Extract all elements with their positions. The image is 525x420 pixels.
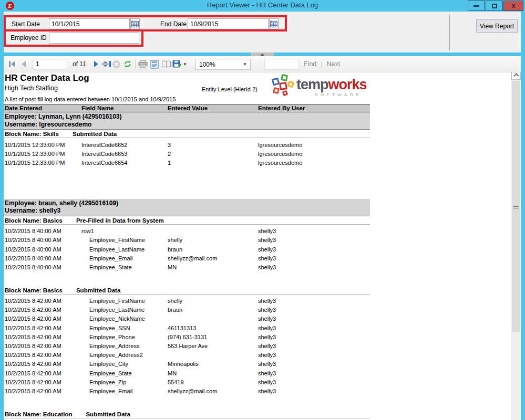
entered-value-cell: shelly bbox=[167, 298, 257, 304]
end-date-input[interactable] bbox=[188, 18, 269, 29]
employee-band: Employee: Lynman, Lynn (4295016103)Usern… bbox=[4, 112, 370, 130]
table-row: 10/2/2015 8:42:00 AMEmployee_Phone(974) … bbox=[4, 332, 370, 341]
field-name-cell: Employee_LastName bbox=[80, 307, 167, 313]
page-setup-button[interactable] bbox=[160, 58, 172, 70]
export-button[interactable]: ▼ bbox=[172, 58, 188, 70]
back-button[interactable] bbox=[99, 58, 110, 70]
entered-by-user-cell: lgresourcesdemo bbox=[257, 160, 370, 166]
report-viewport: HR Center Data Log High Tech Staffing En… bbox=[4, 72, 521, 420]
table-row: 10/1/2015 12:33:00 PMInterestCode66532lg… bbox=[4, 149, 370, 158]
entered-value-cell: shellyzz@mail.com bbox=[167, 255, 257, 261]
start-date-calendar-button[interactable] bbox=[130, 18, 140, 29]
start-date-input[interactable] bbox=[49, 18, 130, 29]
block-header-row: Block Name: BasicsPre-Filled in Data fro… bbox=[4, 217, 370, 225]
column-header: Field Name bbox=[80, 105, 167, 111]
view-report-button[interactable]: View Report bbox=[476, 19, 518, 33]
scrollbar-up-button[interactable] bbox=[511, 72, 521, 80]
find-input[interactable] bbox=[264, 59, 299, 70]
entered-by-user-cell: shelly3 bbox=[257, 298, 370, 304]
first-page-icon bbox=[8, 60, 16, 68]
end-date-calendar-button[interactable] bbox=[269, 18, 279, 29]
block-name-label: Block Name: Education bbox=[5, 411, 72, 417]
print-icon bbox=[138, 60, 148, 68]
table-row: 10/2/2015 8:42:00 AMEmployee_Emailshelly… bbox=[4, 386, 370, 395]
scrollbar-thumb[interactable] bbox=[512, 81, 520, 332]
report-viewer-window: E Report Viewer - HR Center Data Log x S… bbox=[0, 0, 525, 420]
block-header-row: Block Name: BasicsSubmitted Data bbox=[4, 287, 370, 295]
date-entered-cell: 10/1/2015 12:33:00 PM bbox=[4, 142, 80, 148]
block-header-row: Block Name: EducationSubmitted Data bbox=[4, 411, 370, 418]
table-header-row: Date Entered Field Name Entered Value En… bbox=[4, 104, 370, 112]
table-row: 10/2/2015 8:40:00 AMEmployee_FirstNamesh… bbox=[4, 236, 370, 245]
calendar-icon bbox=[270, 20, 277, 27]
column-header: Entered By User bbox=[257, 105, 370, 111]
field-name-cell: Employee_City bbox=[80, 361, 167, 367]
date-entered-cell: 10/2/2015 8:42:00 AM bbox=[4, 325, 80, 331]
print-button[interactable] bbox=[137, 58, 149, 70]
entered-by-user-cell: shelly3 bbox=[257, 264, 370, 270]
find-next-separator: | bbox=[321, 60, 322, 68]
report-entity-level: Entity Level (HierId 2) bbox=[202, 86, 258, 92]
employee-id-label: Employee ID bbox=[11, 34, 47, 41]
close-button[interactable]: x bbox=[503, 1, 523, 11]
table-row: 10/2/2015 8:42:00 AMEmployee_Zip55419she… bbox=[4, 377, 370, 386]
employee-name-line: Employee: braun, shelly (4295016109) bbox=[5, 200, 370, 207]
vertical-scrollbar[interactable] bbox=[511, 72, 520, 420]
entered-value-cell: MN bbox=[167, 264, 257, 270]
entered-by-user-cell: shelly3 bbox=[257, 307, 370, 313]
rows-group: 10/2/2015 8:40:00 AMrow1shelly310/2/2015… bbox=[4, 227, 370, 272]
minimize-button[interactable] bbox=[468, 1, 485, 11]
entered-by-user-cell: shelly3 bbox=[257, 246, 370, 253]
date-entered-cell: 10/2/2015 8:42:00 AM bbox=[4, 298, 80, 304]
field-name-cell: Employee_Phone bbox=[80, 334, 167, 340]
minimize-icon bbox=[473, 5, 479, 7]
field-name-cell: Employee_LastName bbox=[80, 246, 167, 253]
refresh-button[interactable] bbox=[122, 58, 133, 70]
export-dropdown-caret-icon: ▼ bbox=[183, 62, 187, 67]
table-row: 10/2/2015 8:42:00 AMEmployee_SSN46113131… bbox=[4, 323, 370, 332]
logo-square-icon bbox=[281, 74, 288, 81]
find-next-button[interactable]: Next bbox=[326, 60, 340, 68]
field-name-cell: Employee_Address bbox=[80, 343, 167, 349]
logo-tagline: SOFTWARE bbox=[315, 92, 362, 97]
entered-value-cell: braun bbox=[167, 246, 257, 253]
tempworks-logo: tempworks SOFTWARE bbox=[264, 74, 369, 99]
print-layout-icon bbox=[150, 60, 159, 69]
zoom-select[interactable]: 100% ▼ bbox=[195, 59, 251, 70]
logo-square-icon bbox=[282, 90, 288, 96]
entered-by-user-cell: shelly3 bbox=[257, 361, 370, 367]
date-entered-cell: 10/2/2015 8:40:00 AM bbox=[4, 228, 80, 234]
maximize-icon bbox=[492, 4, 497, 8]
report-description: A list of post fill log data entered bet… bbox=[5, 96, 176, 102]
field-name-cell: InterestCode6652 bbox=[80, 142, 167, 148]
entered-by-user-cell: shelly3 bbox=[257, 316, 370, 322]
employee-id-input[interactable] bbox=[49, 32, 139, 44]
field-name-cell: Employee_FirstName bbox=[80, 237, 167, 243]
date-entered-cell: 10/2/2015 8:42:00 AM bbox=[4, 361, 80, 367]
stop-button[interactable] bbox=[110, 58, 122, 70]
entered-by-user-cell: shelly3 bbox=[257, 352, 370, 358]
field-name-cell: Employee_NickName bbox=[80, 316, 167, 322]
refresh-icon bbox=[123, 59, 132, 69]
date-entered-cell: 10/2/2015 8:40:00 AM bbox=[4, 264, 80, 270]
previous-page-button[interactable] bbox=[18, 58, 29, 70]
date-entered-cell: 10/2/2015 8:42:00 AM bbox=[4, 379, 80, 385]
page-setup-icon bbox=[161, 60, 171, 68]
column-header: Entered Value bbox=[167, 105, 257, 111]
table-row: 10/2/2015 8:40:00 AMEmployee_StateMNshel… bbox=[4, 262, 370, 271]
maximize-button[interactable] bbox=[486, 1, 503, 11]
page-number-input[interactable] bbox=[33, 59, 67, 69]
end-date-label: End Date bbox=[160, 20, 187, 28]
back-arrow-icon bbox=[100, 60, 109, 68]
date-entered-cell: 10/2/2015 8:40:00 AM bbox=[4, 255, 80, 261]
toolbar-separator bbox=[97, 59, 97, 69]
logo-square-icon bbox=[272, 78, 280, 86]
first-page-button[interactable] bbox=[6, 58, 18, 70]
logo-word-temp: temp bbox=[296, 77, 328, 92]
print-layout-button[interactable] bbox=[149, 58, 160, 70]
field-name-cell: Employee_State bbox=[80, 264, 167, 270]
calendar-icon bbox=[131, 20, 139, 27]
entered-value-cell: braun bbox=[167, 307, 257, 313]
table-row: 10/2/2015 8:42:00 AMEmployee_StateMNshel… bbox=[4, 369, 370, 377]
find-button[interactable]: Find bbox=[304, 60, 316, 68]
